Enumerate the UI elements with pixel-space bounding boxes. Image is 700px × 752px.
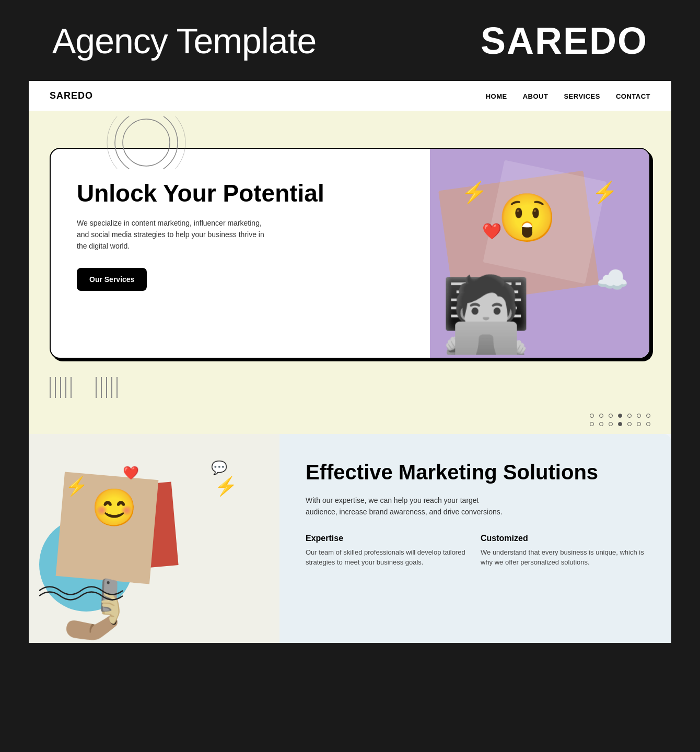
hero-section: Unlock Your Potential We specialize in c… — [29, 111, 671, 369]
deco-line — [55, 377, 56, 398]
deco-line — [116, 377, 118, 398]
feature-expertise-title: Expertise — [306, 534, 470, 543]
feature-customized-text: We understand that every business is uni… — [481, 547, 645, 568]
hero-left-content: Unlock Your Potential We specialize in c… — [51, 149, 430, 358]
dot[interactable] — [637, 422, 641, 426]
dots-pagination — [29, 406, 671, 434]
nav-bar: SAREDO HOME ABOUT SERVICES CONTACT — [29, 81, 671, 111]
dot[interactable] — [590, 414, 594, 418]
feature-expertise: Expertise Our team of skilled profession… — [306, 534, 470, 568]
cloud-icon: ☁️ — [596, 265, 628, 295]
deco-line — [71, 377, 72, 398]
outer-header: Agency Template SAREDO — [0, 0, 700, 81]
sc-smiley-emoji: 😊 — [91, 486, 137, 529]
dots-row-2 — [590, 422, 650, 426]
main-wrapper: SAREDO HOME ABOUT SERVICES CONTACT Unloc… — [0, 81, 700, 672]
nav-item-contact[interactable]: CONTACT — [616, 91, 650, 101]
deco-line — [101, 377, 102, 398]
hero-collage: ⚡ ⚡ ❤️ 😲 ☁️ 🧑‍💻 — [430, 149, 649, 358]
dot[interactable] — [646, 414, 650, 418]
second-section-description: With our expertise, we can help you reac… — [306, 495, 504, 518]
hero-cta-button[interactable]: Our Services — [77, 268, 147, 291]
hero-title: Unlock Your Potential — [77, 180, 404, 207]
svg-point-1 — [115, 116, 178, 169]
sc-like-icon: ❤️ — [123, 465, 139, 480]
heart-icon: ❤️ — [482, 222, 501, 240]
sc-lightning-right-icon: ⚡ — [215, 476, 238, 497]
shock-emoji-icon: 😲 — [498, 191, 556, 245]
page-title: Agency Template — [52, 20, 316, 61]
deco-line — [111, 377, 112, 398]
deco-line — [96, 377, 97, 398]
feature-customized: Customized We understand that every busi… — [481, 534, 645, 568]
second-collage: ⚡ ⚡ ❤️ 💬 😊 🤳 — [29, 434, 279, 643]
dot[interactable] — [609, 414, 613, 418]
dot-active[interactable] — [618, 414, 622, 418]
lightning-left-icon: ⚡ — [461, 180, 487, 205]
second-text-content: Effective Marketing Solutions With our e… — [279, 434, 671, 643]
feature-customized-title: Customized — [481, 534, 645, 543]
second-section-title: Effective Marketing Solutions — [306, 460, 645, 484]
dots-row-1 — [590, 414, 650, 418]
svg-point-0 — [123, 119, 170, 166]
features-grid: Expertise Our team of skilled profession… — [306, 534, 645, 568]
nav-logo: SAREDO — [50, 90, 93, 101]
dot[interactable] — [627, 414, 632, 418]
sc-wave-decoration — [39, 580, 123, 601]
dot[interactable] — [646, 422, 650, 426]
deco-line — [60, 377, 61, 398]
deco-line — [65, 377, 66, 398]
dot[interactable] — [590, 422, 594, 426]
deco-line — [106, 377, 107, 398]
hero-right-collage: ⚡ ⚡ ❤️ 😲 ☁️ 🧑‍💻 — [430, 149, 649, 358]
hero-deco-lines — [29, 369, 671, 406]
website-mockup: SAREDO HOME ABOUT SERVICES CONTACT Unloc… — [29, 81, 671, 643]
top-logo: SAREDO — [481, 19, 648, 62]
dot[interactable] — [609, 422, 613, 426]
feature-expertise-text: Our team of skilled professionals will d… — [306, 547, 470, 568]
decorative-circles — [102, 116, 191, 169]
nav-item-about[interactable]: ABOUT — [523, 91, 549, 101]
sc-lightning-left-icon: ⚡ — [65, 476, 88, 497]
dot-active[interactable] — [618, 422, 622, 426]
second-collage-area: ⚡ ⚡ ❤️ 💬 😊 🤳 — [29, 434, 279, 643]
sc-chat-icon: 💬 — [211, 460, 227, 475]
nav-item-home[interactable]: HOME — [486, 91, 507, 101]
dot[interactable] — [599, 414, 603, 418]
second-section: ⚡ ⚡ ❤️ 💬 😊 🤳 Effective Marketing Solutio… — [29, 434, 671, 643]
person-laptop-figure: 🧑‍💻 — [440, 272, 532, 358]
lightning-right-icon: ⚡ — [592, 180, 618, 205]
dot[interactable] — [637, 414, 641, 418]
hero-description: We specialize in content marketing, infl… — [77, 217, 275, 252]
dot[interactable] — [627, 422, 632, 426]
nav-item-services[interactable]: SERVICES — [564, 91, 600, 101]
nav-links: HOME ABOUT SERVICES CONTACT — [486, 91, 650, 101]
svg-point-2 — [107, 116, 185, 169]
dot[interactable] — [599, 422, 603, 426]
deco-line — [50, 377, 51, 398]
hero-card: Unlock Your Potential We specialize in c… — [50, 148, 650, 359]
